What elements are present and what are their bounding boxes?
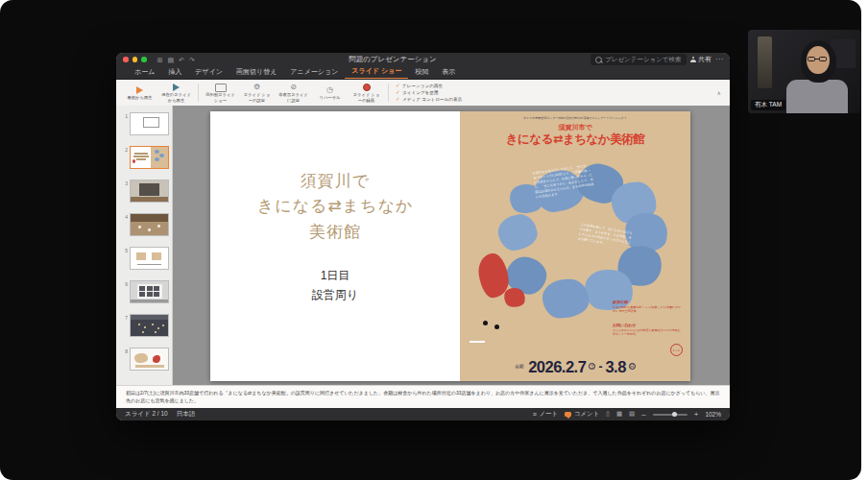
- thumbnail-art: [130, 180, 169, 203]
- record-icon: [363, 84, 371, 91]
- thumbnail-slide-3[interactable]: 3: [121, 180, 169, 203]
- custom-show-button[interactable]: 目的別スライド ショー: [205, 83, 235, 103]
- notes-icon: ≡: [533, 411, 537, 418]
- tab-home[interactable]: ホーム: [128, 67, 161, 80]
- poster-blob: [495, 211, 541, 253]
- zoom-slider[interactable]: [653, 414, 687, 416]
- slide-text-block[interactable]: 須賀川で きになる⇄まちなか 美術館 1日目 設営周り: [210, 111, 460, 381]
- thumbnail-art: [130, 314, 169, 337]
- checkmark-icon: ✓: [396, 90, 400, 96]
- poster-dash: [470, 341, 485, 343]
- setup-slideshow-button[interactable]: ⚙ スライド ショーの設定: [242, 83, 272, 103]
- poster-top-note: すかがわ市民交流センターtette×須賀川市内の店舗でひらくアートプロジェクト: [460, 116, 690, 120]
- clock-icon: ◷: [326, 85, 333, 95]
- grid-icon[interactable]: ⊞: [157, 57, 163, 63]
- person-icon: [690, 57, 696, 62]
- ribbon: 最初から再生 現在のスライドから再生 目的別スライド ショー ⚙ スライド ショ…: [116, 80, 730, 107]
- zoom-out-button[interactable]: –: [641, 411, 645, 419]
- video-call-background: ⊞ ▤ ↶ ↷ 問題のプレゼンテーション プレゼンテーションで検索 共有 ⋯ ホ…: [0, 0, 861, 480]
- ribbon-tabbar: ホーム 挿入 デザイン 画面切り替え アニメーション スライド ショー 校閲 表…: [116, 66, 730, 80]
- thumbnail-slide-4[interactable]: 4: [121, 213, 169, 236]
- glasses-bridge: [815, 59, 819, 60]
- background-lamp: [758, 36, 772, 88]
- comments-toggle-button[interactable]: コメント: [565, 410, 599, 419]
- poster-logo: まち美: [670, 344, 683, 356]
- thumbnail-slide-1[interactable]: 1: [121, 112, 169, 135]
- participant-name-label: 有木 TAM: [751, 100, 785, 110]
- thumbnail-art: [130, 247, 169, 270]
- record-slideshow-button[interactable]: スライド ショーの録画: [351, 83, 381, 103]
- slide-counter: スライド 2 / 10: [125, 410, 168, 419]
- thumbnail-slide-5[interactable]: 5: [121, 247, 169, 270]
- slide-title: 須賀川で きになる⇄まちなか 美術館: [210, 169, 460, 245]
- poster-info-block: 参加店舗 中央公民館/大束屋/cafe しらら/雑貨こまち/花屋むすび ほか 市…: [613, 300, 682, 314]
- notes-toggle-button[interactable]: ≡ ノート: [533, 410, 558, 419]
- play-icon: [173, 84, 180, 91]
- zoom-level: 102%: [705, 411, 721, 418]
- checkmark-icon: ✓: [396, 84, 400, 89]
- search-icon: [595, 57, 602, 63]
- thumbnail-art: [130, 146, 169, 169]
- thumbnail-slide-8[interactable]: 8: [121, 348, 169, 371]
- participant-video-tile[interactable]: 有木 TAM: [748, 30, 861, 113]
- tab-design[interactable]: デザイン: [188, 67, 229, 80]
- slideshow-options: ✓ ナレーションの再生 ✓ タイミングを使用 ✓ メディア コントロールの表示: [396, 84, 462, 103]
- rehearse-timings-button[interactable]: ◷ リハーサル: [315, 85, 345, 100]
- poster-title: きになる⇄まちなか美術館: [460, 132, 690, 148]
- play-from-current-button[interactable]: 現在のスライドから再生: [161, 83, 191, 103]
- slide-thumbnail-pane: 1 2: [116, 106, 173, 385]
- poster-body-text: お店のなかをのぞいてみたら、“きになる〜ひょうげん2025”より、ご応募のあった…: [532, 163, 596, 211]
- save-icon[interactable]: ▤: [167, 57, 174, 63]
- powerpoint-window: ⊞ ▤ ↶ ↷ 問題のプレゼンテーション プレゼンテーションで検索 共有 ⋯ ホ…: [116, 53, 730, 420]
- hide-slide-button[interactable]: ⊘ 非表示スライドに設定: [278, 83, 308, 103]
- slide-sorter-view-icon[interactable]: ▦: [616, 411, 622, 418]
- poster-body-text: この企画を通して、きになる〜口ドリルを観て、まちを歩き、人と作品、そして人と人の…: [574, 222, 634, 269]
- poster-image[interactable]: すかがわ市民交流センターtette×須賀川市内の店舗でひらくアートプロジェクト …: [460, 111, 690, 381]
- language-indicator[interactable]: 日本語: [177, 410, 196, 419]
- zoom-in-button[interactable]: +: [694, 411, 699, 419]
- glasses-icon: [808, 57, 815, 61]
- notes-text: 初日は2/7(土)に須賀川市内33店舗で行われる「きになる⇄まちなか美術館」の設…: [126, 390, 719, 403]
- tab-view[interactable]: 表示: [435, 67, 462, 80]
- close-button[interactable]: [123, 57, 129, 62]
- thumbnail-slide-2-selected[interactable]: 2: [121, 146, 169, 169]
- share-button[interactable]: 共有: [690, 55, 712, 64]
- tab-insert[interactable]: 挿入: [161, 67, 188, 80]
- checkmark-icon: ✓: [396, 97, 400, 103]
- thumbnail-slide-7[interactable]: 7: [121, 314, 169, 337]
- slide-canvas[interactable]: 須賀川で きになる⇄まちなか 美術館 1日目 設営周り すかがわ市民交流センター…: [210, 111, 690, 381]
- poster-info-block: お問い合わせ きになる⇄まちなか美術館実行委員会(すかがわ市民交流センターtet…: [613, 323, 682, 337]
- tab-slideshow[interactable]: スライド ショー: [345, 66, 408, 80]
- thumbnail-art: [130, 348, 169, 371]
- play-icon: [136, 86, 143, 94]
- slide-subtitle: 1日目 設営周り: [210, 266, 460, 305]
- statusbar: スライド 2 / 10 日本語 ≡ ノート コメント ▯ ▦ ▤ – + 102…: [116, 408, 730, 420]
- checkbox-play-narrations[interactable]: ✓ ナレーションの再生: [396, 84, 462, 89]
- poster-blob: [542, 277, 591, 319]
- normal-view-icon[interactable]: ▯: [606, 411, 610, 418]
- checkbox-show-media-controls[interactable]: ✓ メディア コントロールの表示: [396, 97, 462, 103]
- play-from-start-button[interactable]: 最初から再生: [125, 85, 155, 100]
- zoom-slider-knob[interactable]: [672, 412, 677, 417]
- ribbon-divider: [388, 84, 389, 102]
- notes-pane[interactable]: 初日は2/7(土)に須賀川市内33店舗で行われる「きになる⇄まちなか美術館」の設…: [116, 385, 730, 408]
- titlebar: ⊞ ▤ ↶ ↷ 問題のプレゼンテーション プレゼンテーションで検索 共有 ⋯: [116, 53, 730, 66]
- tab-transitions[interactable]: 画面切り替え: [229, 67, 283, 80]
- thumbnail-slide-6[interactable]: 6: [121, 280, 169, 303]
- tab-animations[interactable]: アニメーション: [283, 67, 345, 80]
- collapse-ribbon-icon[interactable]: ∧: [717, 89, 721, 96]
- search-input[interactable]: プレゼンテーションで検索: [591, 54, 686, 65]
- minimize-button[interactable]: [133, 57, 138, 62]
- slideshow-view-icon[interactable]: ▤: [629, 411, 635, 418]
- tab-review[interactable]: 校閲: [408, 67, 435, 80]
- poster-dot: [483, 321, 488, 325]
- participant-body: [786, 80, 848, 113]
- thumbnail-art: [130, 280, 169, 303]
- checkbox-use-timings[interactable]: ✓ タイミングを使用: [396, 90, 462, 96]
- maximize-button[interactable]: [141, 57, 147, 62]
- more-options-icon[interactable]: ⋯: [715, 56, 723, 63]
- window-title: 問題のプレゼンテーション: [199, 55, 587, 64]
- undo-icon[interactable]: ↶: [179, 57, 184, 63]
- gear-icon: ⚙: [253, 83, 260, 92]
- redo-icon[interactable]: ↷: [189, 57, 195, 63]
